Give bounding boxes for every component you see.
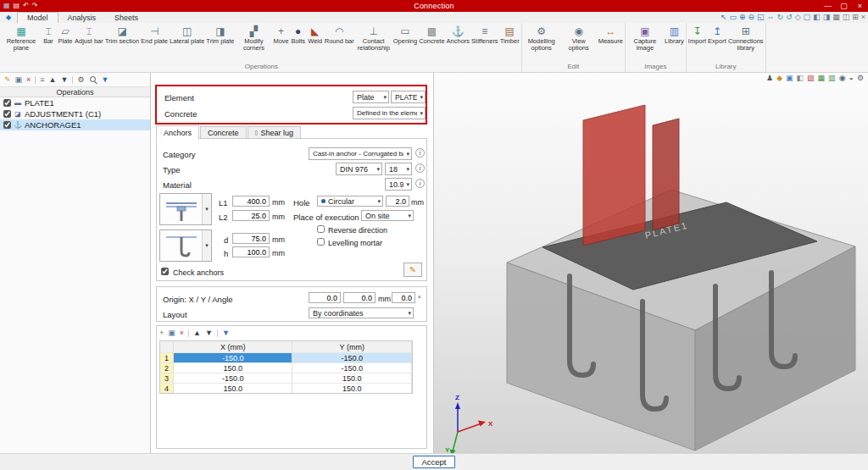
expand-tree-icon[interactable]: ≡ [40,76,44,84]
x-cell[interactable]: 150.0 [174,383,293,393]
ribbon-lateral-plate[interactable]: ◫Lateral plate [169,23,205,45]
y-cell[interactable]: -150.0 [292,362,412,373]
ribbon-stiffeners[interactable]: ≡Stiffeners [470,23,499,45]
column-header-y[interactable]: Y (mm) [292,341,412,352]
ribbon-end-plate[interactable]: ⊣End plate [140,23,169,45]
edit-anchor-button[interactable] [403,263,422,277]
ribbon-import[interactable]: ↧Import [687,23,707,45]
select-arrow-icon[interactable]: ↖ [721,14,727,21]
ribbon-contact-relationship[interactable]: ⊥Contact relationship [355,23,392,53]
category-info-icon[interactable] [415,148,425,158]
viewport[interactable]: ♟◆▣◧▨▦▥◉◒⚙ PLATE1 Z [434,73,868,453]
row-index-cell[interactable]: 4 [160,383,174,393]
x-cell[interactable]: -150.0 [174,352,293,362]
tree-item-anchorage1[interactable]: ⚓ANCHORAGE1 [0,119,150,130]
previous-view-icon[interactable]: ↺ [786,14,793,21]
row-index-cell[interactable]: 3 [160,373,174,383]
orbit-icon[interactable]: ↻ [777,14,784,21]
ribbon-reference-plane[interactable]: ▦Reference plane [3,23,40,53]
operation-checkbox[interactable] [3,110,11,118]
levelling-mortar-checkbox[interactable] [317,238,325,246]
type-size-select[interactable]: 18 [385,163,412,175]
ribbon-measure[interactable]: ↔Measure [598,23,624,45]
edit-operation-icon[interactable]: ✎ [4,76,11,84]
origin-x-input[interactable] [309,292,341,303]
d-input[interactable] [232,233,270,244]
fit-view-icon[interactable]: ◱ [757,14,765,21]
category-select[interactable]: Cast-in anchor - Corrugated bar [309,147,412,160]
tab-analysis[interactable]: Analysis [58,12,106,23]
ribbon-weld[interactable]: ◣Weld [307,23,324,45]
ribbon-round-bar[interactable]: ◠Round bar [324,23,355,45]
l1-input[interactable] [232,196,270,207]
h-input[interactable] [232,246,270,257]
minimize-button[interactable]: — [820,0,836,12]
move-operation-down-icon[interactable]: ▼ [61,76,69,84]
type-info-icon[interactable] [415,163,425,173]
tree-item-adjustment1-c1[interactable]: ◪ADJUSTMENT1 (C1) [0,108,150,119]
tab-concrete[interactable]: Concrete [200,126,247,139]
tab-anchors[interactable]: Anchors [156,125,199,140]
origin-angle-input[interactable] [392,292,415,303]
type-standard-select[interactable]: DIN 976 [336,163,382,175]
move-row-down-icon[interactable]: ▼ [205,329,213,337]
right-view-icon[interactable]: ◨ [823,14,831,21]
tab-sheets[interactable]: Sheets [105,12,147,23]
check-anchors-checkbox[interactable] [161,268,169,275]
move-row-up-icon[interactable]: ▲ [193,329,201,337]
table-row[interactable]: 4150.0150.0 [160,383,412,393]
ribbon-opening[interactable]: ▭Opening [392,23,418,45]
close-view-icon[interactable]: × [861,14,865,21]
add-row-icon[interactable]: + [159,329,164,337]
zoom-window-icon[interactable]: ▭ [729,14,737,21]
accept-button[interactable]: Accept [413,456,455,468]
element-type-select[interactable]: Plate [353,91,389,103]
layout-single-icon[interactable]: ▦ [832,14,840,21]
material-info-icon[interactable] [415,179,425,188]
anchor-head-preview[interactable] [159,193,212,225]
x-cell[interactable]: 150.0 [174,362,293,373]
top-view-icon[interactable]: ◧ [813,14,821,21]
concrete-select[interactable]: Defined in the element [353,107,426,119]
viewport-settings-icon[interactable]: ⚙ [857,75,864,82]
close-button[interactable]: × [852,0,868,12]
ribbon-move[interactable]: +Move [272,23,289,45]
3d-scene[interactable]: PLATE1 Z X Y [434,73,868,453]
y-cell[interactable]: -150.0 [292,352,412,362]
grid-icon[interactable]: ▥ [828,75,836,82]
mesh-icon[interactable]: ▦ [818,75,826,82]
ribbon-bolts[interactable]: ●Bolts [290,23,307,45]
place-of-execution-select[interactable]: On site [361,210,414,221]
layout-split-icon[interactable]: ◫ [843,14,850,21]
x-cell[interactable]: -150.0 [174,373,293,383]
search-icon[interactable] [89,75,97,84]
ribbon-library[interactable]: ▥Library [664,23,685,45]
tab-model[interactable]: Model [17,12,58,23]
transparency-icon[interactable]: ◧ [797,75,804,82]
tree-item-plate1[interactable]: ▬PLATE1 [0,97,150,108]
operation-settings-icon[interactable]: ⚙ [77,76,84,84]
operator-view-icon[interactable]: ♟ [766,75,773,82]
layout-grid-icon[interactable]: ⊞ [852,14,859,21]
zoom-out-icon[interactable]: ⊖ [748,14,755,21]
y-cell[interactable]: 150.0 [292,373,412,383]
ribbon-view-options[interactable]: ◉View options [560,23,598,53]
element-name-select[interactable]: PLATE1 [391,91,426,103]
ribbon-anchors[interactable]: ⚓Anchors [446,23,471,45]
ribbon-capture-image[interactable]: ▣Capture image [626,23,664,53]
background-icon[interactable]: ◒ [849,75,853,82]
ribbon-concrete[interactable]: ▩Concrete [418,23,445,45]
save-icon[interactable]: ▤ [14,3,20,9]
delete-row-icon[interactable]: × [180,329,184,337]
app-menu-icon[interactable]: ◆ [0,12,17,23]
copy-row-icon[interactable]: ▣ [168,329,175,337]
table-row[interactable]: 1-150.0-150.0 [160,352,412,362]
y-cell[interactable]: 150.0 [292,383,412,393]
axonometric-view-icon[interactable]: ◇ [795,14,801,21]
anchor-hook-preview[interactable] [159,229,212,262]
tab-shear-lug[interactable]: ▯Shear lug [248,126,301,139]
layout-select[interactable]: By coordinates [309,307,414,318]
app-logo-icon[interactable]: ▦ [3,3,10,9]
table-filter-icon[interactable]: ▼ [222,329,230,337]
front-view-icon[interactable]: ▢ [804,14,811,21]
